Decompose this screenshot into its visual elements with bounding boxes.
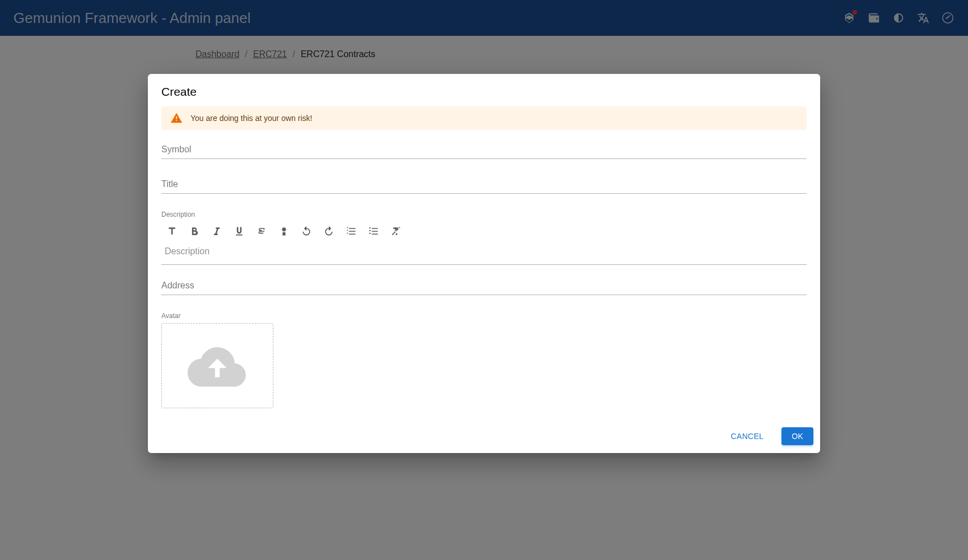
rte-highlight-icon[interactable] bbox=[278, 225, 290, 237]
warning-text: You are doing this at your own risk! bbox=[190, 114, 312, 123]
rte-strike-icon[interactable] bbox=[255, 225, 268, 237]
warning-alert: You are doing this at your own risk! bbox=[161, 106, 807, 130]
address-input[interactable] bbox=[161, 277, 807, 295]
dialog-content: You are doing this at your own risk! Sym… bbox=[148, 106, 820, 419]
rte-redo-icon[interactable] bbox=[323, 225, 335, 237]
rte-ordered-list-icon[interactable] bbox=[345, 225, 357, 237]
rte-bold-icon[interactable] bbox=[188, 225, 201, 237]
dialog-title: Create bbox=[148, 74, 820, 106]
address-field: Address bbox=[161, 277, 807, 295]
rte-undo-icon[interactable] bbox=[300, 225, 313, 237]
rte-bullet-list-icon[interactable] bbox=[367, 225, 380, 237]
create-dialog: Create You are doing this at your own ri… bbox=[148, 74, 820, 453]
rte-toolbar bbox=[161, 222, 807, 241]
symbol-input[interactable] bbox=[161, 141, 807, 159]
rte-title-icon[interactable] bbox=[166, 225, 178, 237]
description-field: Description Description bbox=[161, 211, 807, 265]
description-input[interactable]: Description bbox=[161, 241, 807, 265]
avatar-field: Avatar bbox=[161, 312, 807, 408]
description-label: Description bbox=[161, 211, 807, 218]
dialog-actions: CANCEL OK bbox=[148, 419, 820, 453]
cloud-upload-icon bbox=[178, 338, 257, 394]
rte-clear-format-icon[interactable] bbox=[390, 225, 402, 237]
avatar-upload-zone[interactable] bbox=[161, 323, 273, 408]
warning-icon bbox=[170, 112, 183, 124]
avatar-label: Avatar bbox=[161, 312, 807, 320]
rte-underline-icon[interactable] bbox=[233, 225, 245, 237]
cancel-button[interactable]: CANCEL bbox=[721, 427, 774, 445]
title-field: Title bbox=[161, 176, 807, 194]
title-input[interactable] bbox=[161, 176, 807, 194]
rte-italic-icon[interactable] bbox=[211, 225, 223, 237]
ok-button[interactable]: OK bbox=[781, 427, 813, 445]
modal-overlay[interactable]: Create You are doing this at your own ri… bbox=[0, 0, 968, 560]
symbol-field: Symbol bbox=[161, 141, 807, 159]
